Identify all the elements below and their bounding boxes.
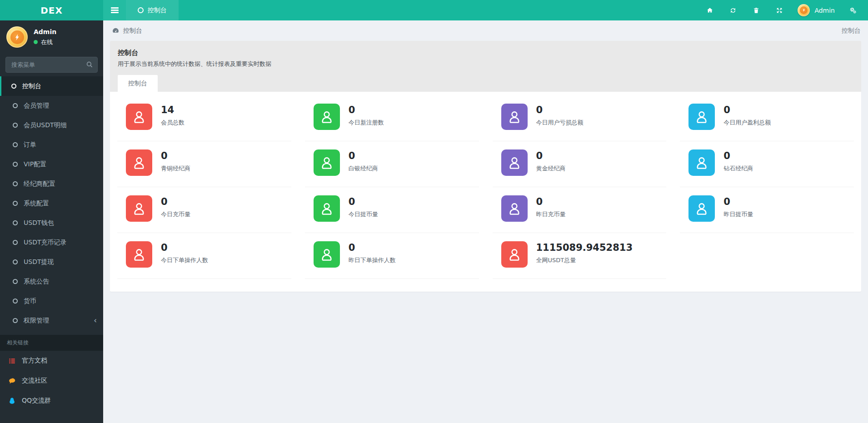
list-icon [8, 357, 16, 365]
sidebar-link-qq-group[interactable]: QQ交流群 [0, 391, 103, 411]
sidebar-item-label: USDT提现 [24, 258, 54, 266]
sidebar-item-currency[interactable]: 货币 [0, 291, 103, 311]
stat-card: 0 今日新注册数 [305, 95, 479, 141]
main-content: 控制台 控制台 控制台 用于展示当前系统中的统计数据、统计报表及重要实时数据 控… [103, 20, 868, 423]
stat-value: 0 [536, 196, 566, 207]
hamburger-icon [111, 6, 119, 15]
stat-label: 今日用户亏损总额 [536, 119, 584, 127]
sidebar-item-orders[interactable]: 订单 [0, 135, 103, 154]
stat-value: 0 [723, 196, 753, 207]
sidebar-item-label: 控制台 [22, 82, 41, 90]
user-icon [126, 195, 152, 222]
stat-label: 今日下单操作人数 [161, 256, 208, 264]
stat-card: 0 钻石经纪商 [680, 141, 854, 187]
sidebar-item-member-usdt-detail[interactable]: 会员USDT明细 [0, 115, 103, 135]
sidebar-item-broker-config[interactable]: 经纪商配置 [0, 174, 103, 194]
comment-icon [8, 377, 16, 385]
circle-o-icon [13, 220, 18, 225]
clear-cache-button[interactable] [748, 0, 765, 20]
topbar-tab-dashboard[interactable]: 控制台 [126, 0, 179, 20]
sidebar-toggle-button[interactable] [103, 0, 126, 20]
bolt-icon [802, 8, 806, 12]
stat-value: 0 [161, 242, 208, 253]
sidebar-item-label: USDT钱包 [24, 219, 54, 227]
stat-value: 0 [723, 105, 771, 115]
sidebar-item-system-config[interactable]: 系统配置 [0, 194, 103, 213]
user-icon [126, 149, 152, 176]
panel-body: 14 会员总数 0 今日新注册数 0 今日用户亏损总额 [110, 92, 861, 292]
fullscreen-button[interactable] [771, 0, 788, 20]
tachometer-icon [112, 27, 120, 35]
sidebar-item-label: 订单 [24, 141, 36, 149]
stat-label: 会员总数 [161, 119, 185, 127]
topbar-user-name: Admin [814, 7, 835, 14]
sidebar-item-label: 会员管理 [24, 102, 49, 110]
sidebar-item-label: VIP配置 [24, 160, 46, 169]
user-icon [501, 241, 528, 268]
user-icon [501, 149, 528, 176]
refresh-button[interactable] [724, 0, 742, 20]
sidebar-item-label: 系统配置 [24, 199, 49, 208]
user-icon [688, 149, 715, 176]
sidebar-link-community[interactable]: 交流社区 [0, 371, 103, 391]
user-icon [688, 195, 715, 222]
sidebar-item-dashboard[interactable]: 控制台 [0, 76, 103, 96]
stat-card: 0 今日用户盈利总额 [680, 95, 854, 141]
home-icon [706, 7, 713, 14]
sidebar-link-official-docs[interactable]: 官方文档 [0, 351, 103, 371]
sidebar-item-usdt-deposit-records[interactable]: USDT充币记录 [0, 233, 103, 252]
stat-card: 0 昨日充币量 [493, 187, 667, 233]
sidebar-link-label: 交流社区 [22, 377, 47, 385]
sidebar-avatar [6, 26, 28, 48]
stat-card: 0 黄金经纪商 [493, 141, 667, 187]
sidebar-item-usdt-wallet[interactable]: USDT钱包 [0, 213, 103, 233]
topbar: DEX 控制台 Admin [0, 0, 868, 20]
user-menu[interactable]: Admin [794, 4, 838, 16]
stat-label: 白银经纪商 [349, 164, 378, 173]
user-icon [126, 241, 152, 268]
sidebar-item-vip-config[interactable]: VIP配置 [0, 154, 103, 174]
stat-label: 全网USDT总量 [536, 256, 633, 264]
stat-label: 青铜经纪商 [161, 164, 190, 173]
search-icon [85, 60, 94, 69]
user-icon [314, 241, 340, 268]
stat-value: 1115089.9452813 [536, 242, 633, 253]
circle-o-icon [13, 240, 18, 245]
stat-card: 0 今日充币量 [117, 187, 291, 233]
stats-grid: 14 会员总数 0 今日新注册数 0 今日用户亏损总额 [117, 95, 854, 279]
topbar-tab-label: 控制台 [148, 6, 167, 15]
tab-dashboard[interactable]: 控制台 [118, 75, 158, 92]
bolt-icon [13, 33, 21, 41]
sidebar-item-permissions[interactable]: 权限管理 ‹ [0, 311, 103, 330]
user-icon [314, 195, 340, 222]
stat-value: 0 [536, 105, 584, 115]
circle-o-icon [13, 142, 18, 147]
stat-label: 昨日充币量 [536, 210, 566, 219]
menu-search-input[interactable] [5, 57, 98, 73]
sidebar-item-system-announcements[interactable]: 系统公告 [0, 272, 103, 291]
circle-o-icon [13, 299, 18, 304]
refresh-icon [729, 7, 737, 14]
online-dot-icon [34, 40, 38, 44]
stat-value: 0 [161, 150, 190, 161]
panel-title: 控制台 [118, 49, 853, 57]
sidebar-item-usdt-withdraw[interactable]: USDT提现 [0, 252, 103, 272]
breadcrumb-dashboard-link[interactable]: 控制台 [112, 27, 142, 35]
sidebar-item-members[interactable]: 会员管理 [0, 96, 103, 115]
stat-value: 0 [161, 196, 190, 207]
breadcrumb-current: 控制台 [842, 27, 861, 35]
panel-subtitle: 用于展示当前系统中的统计数据、统计报表及重要实时数据 [118, 60, 853, 68]
brand-logo[interactable]: DEX [0, 0, 103, 20]
sidebar-item-label: USDT充币记录 [24, 239, 66, 247]
settings-button[interactable] [844, 0, 862, 20]
home-button[interactable] [701, 0, 718, 20]
panel-header: 控制台 用于展示当前系统中的统计数据、统计报表及重要实时数据 控制台 [110, 41, 861, 92]
stat-label: 今日用户盈利总额 [723, 119, 771, 127]
circle-o-icon [13, 318, 18, 323]
trash-icon [753, 7, 760, 14]
qq-icon [8, 397, 16, 405]
sidebar-menu: 控制台 会员管理 会员USDT明细 订单 VIP配置 经纪商配置 系统配置 US… [0, 76, 103, 330]
stat-value: 0 [349, 105, 384, 115]
circle-o-icon [13, 162, 18, 167]
sidebar-link-label: 官方文档 [22, 357, 47, 365]
